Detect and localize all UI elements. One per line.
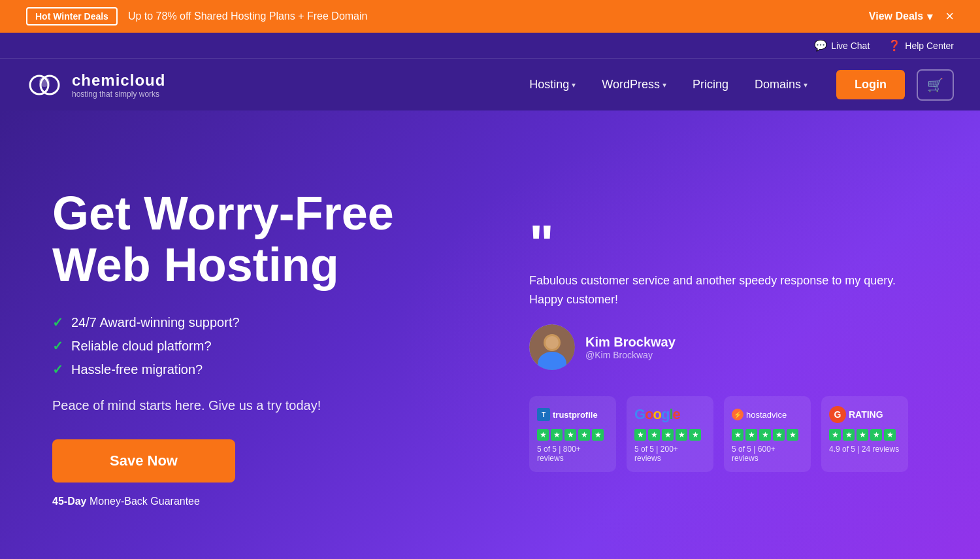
chat-icon: 💬 — [814, 39, 827, 52]
chevron-down-icon: ▾ — [927, 10, 932, 23]
star-3 — [564, 429, 576, 441]
trustprofile-rating: 5 of 5 | 800+ reviews — [537, 445, 608, 463]
hostadvice-rating: 5 of 5 | 600+ reviews — [732, 445, 803, 463]
platform-g2: G RATING 4.9 of 5 | 24 reviews — [821, 396, 908, 472]
main-nav: chemicloud hosting that simply works Hos… — [0, 58, 980, 110]
guarantee-bold: 45-Day — [52, 496, 86, 507]
domains-dropdown-icon: ▾ — [804, 80, 808, 90]
google-logo: Google — [634, 405, 706, 424]
testimonial-text: Fabulous customer service and another sp… — [529, 271, 908, 309]
top-banner: Hot Winter Deals Up to 78% off Shared Ho… — [0, 0, 980, 33]
g2star-3 — [857, 429, 868, 441]
svg-point-6 — [546, 336, 559, 349]
gstar-5 — [689, 429, 701, 441]
quote-mark-icon: " — [529, 223, 908, 265]
google-stars — [634, 429, 706, 441]
hero-tagline: Peace of mind starts here. Give us a try… — [52, 398, 444, 413]
g2star-1 — [829, 429, 841, 441]
star-4 — [578, 429, 590, 441]
features-list: ✓ 24/7 Award-winning support? ✓ Reliable… — [52, 314, 444, 377]
star-1 — [537, 429, 549, 441]
star-5 — [592, 429, 604, 441]
utility-nav: 💬 Live Chat ❓ Help Center — [0, 33, 980, 58]
cart-icon: 🛒 — [927, 78, 943, 92]
feature-item-2: ✓ Reliable cloud platform? — [52, 338, 444, 354]
feature-text-1: 24/7 Award-winning support? — [71, 315, 240, 330]
g2-logo: G RATING — [829, 405, 900, 424]
testimonial-author: Kim Brockway @Kim Brockway — [529, 324, 908, 370]
check-icon-1: ✓ — [52, 314, 63, 330]
platform-hostadvice: ⚡ hostadvice 5 of 5 | 600+ reviews — [724, 396, 811, 472]
gstar-3 — [662, 429, 674, 441]
g2-stars — [829, 429, 900, 441]
g2star-5 — [884, 429, 896, 441]
help-center-label: Help Center — [905, 41, 954, 51]
guarantee-text: 45-Day Money-Back Guarantee — [52, 496, 444, 507]
wordpress-label: WordPress — [602, 78, 660, 92]
banner-close-button[interactable]: × — [945, 9, 954, 24]
avatar-image — [529, 324, 575, 370]
trustprofile-icon: T — [537, 408, 550, 421]
g2-icon: G — [829, 406, 846, 423]
hero-section: Get Worry-Free Web Hosting ✓ 24/7 Award-… — [0, 110, 980, 559]
platform-trustprofile: T trustprofile 5 of 5 | 800+ reviews — [529, 396, 616, 472]
trustprofile-logo: T trustprofile — [537, 405, 608, 424]
gstar-4 — [676, 429, 687, 441]
live-chat-label: Live Chat — [831, 41, 870, 51]
hero-title: Get Worry-Free Web Hosting — [52, 188, 444, 291]
save-now-button[interactable]: Save Now — [52, 439, 235, 483]
login-button[interactable]: Login — [836, 70, 905, 99]
check-icon-2: ✓ — [52, 338, 63, 354]
g2star-4 — [870, 429, 882, 441]
nav-links: Hosting ▾ WordPress ▾ Pricing Domains ▾ … — [519, 69, 954, 101]
help-center-link[interactable]: ❓ Help Center — [888, 39, 954, 52]
domains-label: Domains — [755, 78, 801, 92]
cart-button[interactable]: 🛒 — [917, 69, 954, 101]
feature-text-3: Hassle-free migration? — [71, 362, 203, 377]
hastar-5 — [787, 429, 798, 441]
nav-wordpress[interactable]: WordPress ▾ — [591, 71, 677, 98]
view-deals-label: View Deals — [869, 10, 923, 22]
hero-right: " Fabulous customer service and another … — [444, 223, 954, 473]
hostadvice-stars — [732, 429, 803, 441]
feature-item-1: ✓ 24/7 Award-winning support? — [52, 314, 444, 330]
help-icon: ❓ — [888, 39, 901, 52]
banner-left: Hot Winter Deals Up to 78% off Shared Ho… — [26, 7, 367, 25]
avatar — [529, 324, 575, 370]
logo-icon — [26, 69, 65, 101]
hosting-dropdown-icon: ▾ — [572, 80, 576, 90]
author-name: Kim Brockway — [585, 335, 676, 350]
check-icon-3: ✓ — [52, 362, 63, 377]
logo-name: chemicloud — [72, 71, 165, 90]
gstar-2 — [648, 429, 660, 441]
banner-promo-text: Up to 78% off Shared Hosting Plans + Fre… — [128, 10, 368, 22]
pricing-label: Pricing — [693, 78, 728, 92]
g2star-2 — [843, 429, 855, 441]
hosting-label: Hosting — [529, 78, 569, 92]
svg-point-2 — [39, 76, 50, 87]
hero-left: Get Worry-Free Web Hosting ✓ 24/7 Award-… — [52, 188, 444, 507]
nav-domains[interactable]: Domains ▾ — [744, 71, 818, 98]
wordpress-dropdown-icon: ▾ — [662, 80, 666, 90]
author-handle: @Kim Brockway — [585, 350, 676, 360]
nav-hosting[interactable]: Hosting ▾ — [519, 71, 586, 98]
logo-text: chemicloud hosting that simply works — [72, 71, 165, 99]
live-chat-link[interactable]: 💬 Live Chat — [814, 39, 870, 52]
gstar-1 — [634, 429, 646, 441]
hot-deals-badge: Hot Winter Deals — [26, 7, 118, 25]
hastar-1 — [732, 429, 743, 441]
guarantee-rest: Money-Back Guarantee — [90, 496, 200, 507]
trustprofile-stars — [537, 429, 608, 441]
hastar-2 — [745, 429, 757, 441]
hostadvice-icon: ⚡ — [732, 409, 743, 420]
google-rating: 5 of 5 | 200+ reviews — [634, 445, 706, 463]
logo-tagline: hosting that simply works — [72, 90, 165, 99]
hastar-3 — [759, 429, 771, 441]
hostadvice-logo: ⚡ hostadvice — [732, 405, 803, 424]
nav-pricing[interactable]: Pricing — [682, 71, 739, 98]
svg-text:T: T — [542, 411, 546, 418]
banner-right: View Deals ▾ × — [869, 9, 954, 24]
testimonial-card: " Fabulous customer service and another … — [529, 223, 908, 473]
logo-area[interactable]: chemicloud hosting that simply works — [26, 69, 165, 101]
view-deals-button[interactable]: View Deals ▾ — [869, 10, 932, 23]
